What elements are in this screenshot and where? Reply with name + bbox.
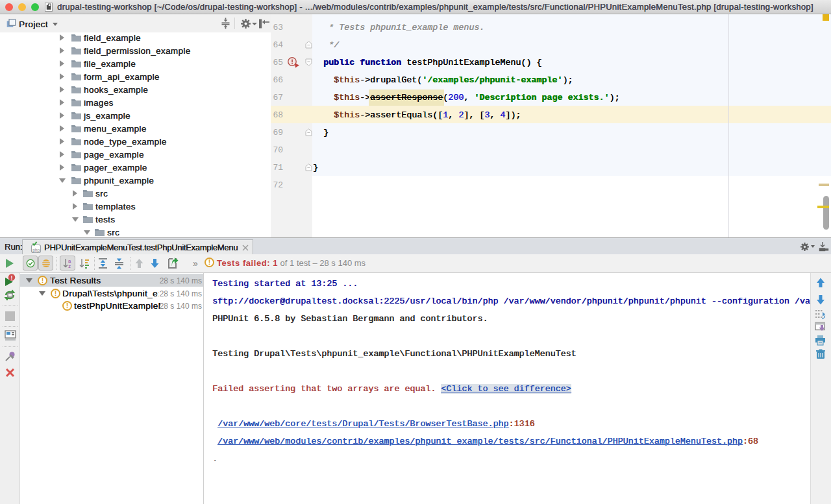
svg-text:php: php xyxy=(32,248,40,253)
svg-text:z: z xyxy=(68,263,71,269)
svg-text:!: ! xyxy=(11,274,13,281)
